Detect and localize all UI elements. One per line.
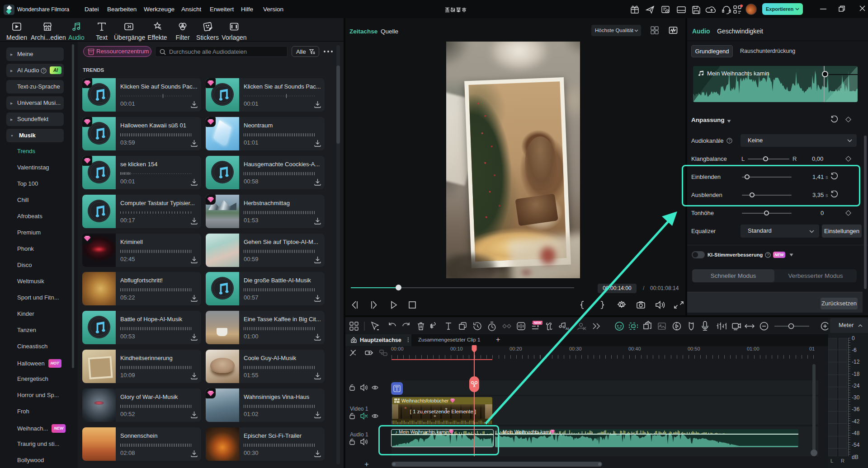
svg-text:?: ? [728, 138, 731, 143]
svg-text:?: ? [767, 253, 769, 257]
svg-text:?: ? [42, 68, 45, 73]
